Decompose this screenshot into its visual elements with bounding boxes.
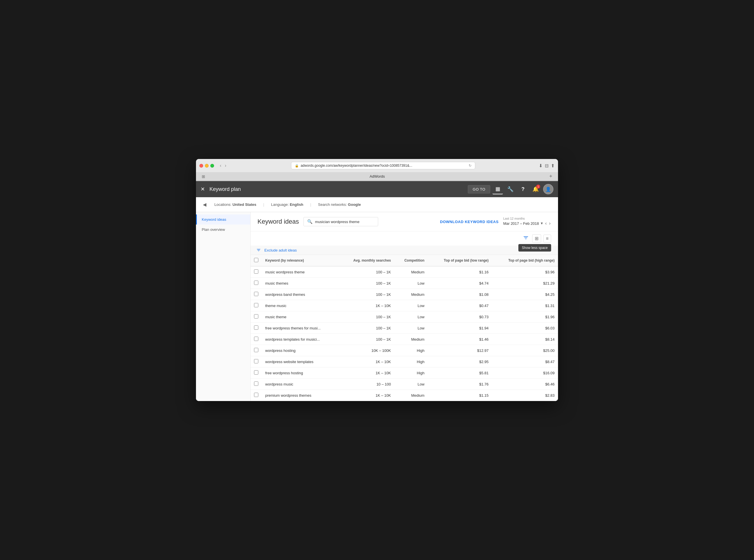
- bid-high-cell-1: $21.29: [492, 278, 558, 289]
- date-next-button[interactable]: ›: [549, 220, 551, 226]
- keyword-cell-3: theme music: [262, 300, 339, 311]
- nav-buttons: ‹ ›: [219, 162, 228, 169]
- avg-searches-cell-8: 1K – 10K: [339, 356, 394, 367]
- download-keyword-ideas-button[interactable]: DOWNLOAD KEYWORD IDEAS: [440, 220, 498, 224]
- bid-high-cell-10: $6.46: [492, 379, 558, 390]
- address-bar[interactable]: 🔒 adwords.google.com/aw/keywordplanner/i…: [291, 162, 475, 169]
- row-checkbox-6[interactable]: [254, 337, 258, 341]
- top-nav: ✕ Keyword plan GO TO ▦ 🔧 ? 🔔: [196, 181, 558, 197]
- url-text: adwords.google.com/aw/keywordplanner/ide…: [301, 164, 412, 167]
- filter-button[interactable]: [522, 234, 530, 243]
- select-all-checkbox[interactable]: [254, 258, 258, 262]
- column-view-button[interactable]: ⊞: [532, 234, 541, 243]
- density-button[interactable]: ≡: [543, 235, 551, 243]
- avg-searches-cell-11: 1K – 10K: [339, 390, 394, 401]
- keyword-cell-7: wordpress hosting: [262, 345, 339, 356]
- table-row: free wordpress hosting 1K – 10K High $5.…: [250, 367, 558, 379]
- chart-nav-button[interactable]: ▦: [492, 184, 503, 194]
- row-checkbox-11[interactable]: [254, 393, 258, 397]
- row-checkbox-cell: [250, 390, 262, 401]
- show-less-space-tooltip: Show less space: [518, 244, 551, 252]
- keyword-search-input[interactable]: [315, 220, 374, 224]
- row-checkbox-2[interactable]: [254, 292, 258, 296]
- avg-searches-cell-6: 100 – 1K: [339, 334, 394, 345]
- sidebar-item-plan-overview[interactable]: Plan overview: [196, 224, 250, 235]
- wrench-nav-button[interactable]: 🔧: [505, 184, 515, 194]
- exclude-adult-ideas-link[interactable]: Exclude adult ideas: [264, 248, 297, 253]
- bid-low-cell-0: $1.16: [428, 266, 492, 278]
- bid-high-cell-2: $4.25: [492, 289, 558, 300]
- share-button[interactable]: ⬆: [551, 163, 555, 168]
- density-icon: ≡: [546, 236, 549, 241]
- lock-icon: 🔒: [295, 164, 299, 167]
- back-button[interactable]: ‹: [219, 162, 222, 169]
- minimize-traffic-light[interactable]: [205, 164, 209, 167]
- maximize-traffic-light[interactable]: [210, 164, 214, 167]
- row-checkbox-10[interactable]: [254, 381, 258, 386]
- row-checkbox-1[interactable]: [254, 281, 258, 285]
- location-bar: ◀ Locations: United States | Language: E…: [196, 197, 558, 212]
- table-row: wordpress templates for musici... 100 – …: [250, 334, 558, 345]
- sidebar-item-keyword-ideas[interactable]: Keyword ideas: [196, 215, 250, 224]
- keyword-cell-11: premium wordpress themes: [262, 390, 339, 401]
- table-row: theme music 1K – 10K Low $0.47 $1.31: [250, 300, 558, 311]
- location-label: Locations: United States: [215, 202, 256, 207]
- bid-low-cell-1: $4.74: [428, 278, 492, 289]
- bid-high-cell-6: $8.14: [492, 334, 558, 345]
- filter-bar: Exclude adult ideas: [250, 245, 558, 255]
- competition-cell-5: Low: [394, 323, 428, 334]
- date-range-wrapper: Last 12 months Mar 2017 – Feb 2018 ▼ ‹ ›: [503, 217, 551, 226]
- app-container: ✕ Keyword plan GO TO ▦ 🔧 ? 🔔: [196, 181, 558, 401]
- avg-searches-cell-9: 1K – 10K: [339, 367, 394, 379]
- date-range-value: Mar 2017 – Feb 2018: [503, 221, 539, 226]
- browser-tab-label: AdWords: [207, 173, 547, 180]
- browser-chrome: ‹ › 🔒 adwords.google.com/aw/keywordplann…: [196, 159, 558, 181]
- row-checkbox-0[interactable]: [254, 269, 258, 274]
- bid-low-cell-8: $2.95: [428, 356, 492, 367]
- competition-cell-11: Medium: [394, 390, 428, 401]
- user-avatar[interactable]: 👤: [543, 184, 553, 194]
- row-checkbox-7[interactable]: [254, 348, 258, 352]
- table-row: premium wordpress themes 1K – 10K Medium…: [250, 390, 558, 401]
- network-label: Search networks: Google: [318, 202, 361, 207]
- search-bar[interactable]: 🔍: [303, 217, 378, 226]
- dropdown-icon[interactable]: ▼: [540, 221, 543, 225]
- avg-searches-cell-4: 100 – 1K: [339, 311, 394, 323]
- row-checkbox-cell: [250, 367, 262, 379]
- main-content: Keyword ideas Plan overview Keyword idea…: [196, 212, 558, 401]
- bid-low-cell-5: $1.94: [428, 323, 492, 334]
- bid-low-cell-9: $5.81: [428, 367, 492, 379]
- forward-button[interactable]: ›: [224, 162, 227, 169]
- keyword-cell-5: free wordpress themes for musi...: [262, 323, 339, 334]
- download-button[interactable]: ⬇: [539, 163, 543, 168]
- avg-searches-cell-0: 100 – 1K: [339, 266, 394, 278]
- sidebar-toggle-button[interactable]: ⊞: [199, 173, 207, 181]
- row-checkbox-cell: [250, 323, 262, 334]
- table-row: wordpress website templates 1K – 10K Hig…: [250, 356, 558, 367]
- close-traffic-light[interactable]: [199, 164, 203, 167]
- row-checkbox-5[interactable]: [254, 325, 258, 330]
- row-checkbox-cell: [250, 356, 262, 367]
- row-checkbox-3[interactable]: [254, 303, 258, 307]
- help-nav-button[interactable]: ?: [518, 184, 528, 194]
- row-checkbox-cell: [250, 266, 262, 278]
- row-checkbox-8[interactable]: [254, 359, 258, 363]
- keywords-table: Keyword (by relevance) Avg. monthly sear…: [250, 255, 558, 401]
- date-range-label: Last 12 months: [503, 217, 551, 220]
- refresh-icon[interactable]: ↻: [469, 164, 471, 167]
- competition-cell-7: High: [394, 345, 428, 356]
- row-checkbox-9[interactable]: [254, 370, 258, 375]
- goto-button[interactable]: GO TO: [468, 185, 490, 194]
- collapse-sidebar-button[interactable]: ◀: [202, 201, 207, 208]
- screen-button[interactable]: ⊟: [545, 163, 549, 168]
- competition-cell-0: Medium: [394, 266, 428, 278]
- date-prev-button[interactable]: ‹: [545, 220, 547, 226]
- table-row: wordpress band themes 100 – 1K Medium $1…: [250, 289, 558, 300]
- content-area: Keyword ideas 🔍 DOWNLOAD KEYWORD IDEAS L…: [250, 212, 558, 401]
- keyword-cell-8: wordpress website templates: [262, 356, 339, 367]
- new-tab-button[interactable]: +: [547, 172, 555, 181]
- row-checkbox-4[interactable]: [254, 314, 258, 319]
- avg-searches-cell-7: 10K – 100K: [339, 345, 394, 356]
- app-title: Keyword plan: [209, 186, 463, 192]
- close-nav-button[interactable]: ✕: [201, 186, 205, 192]
